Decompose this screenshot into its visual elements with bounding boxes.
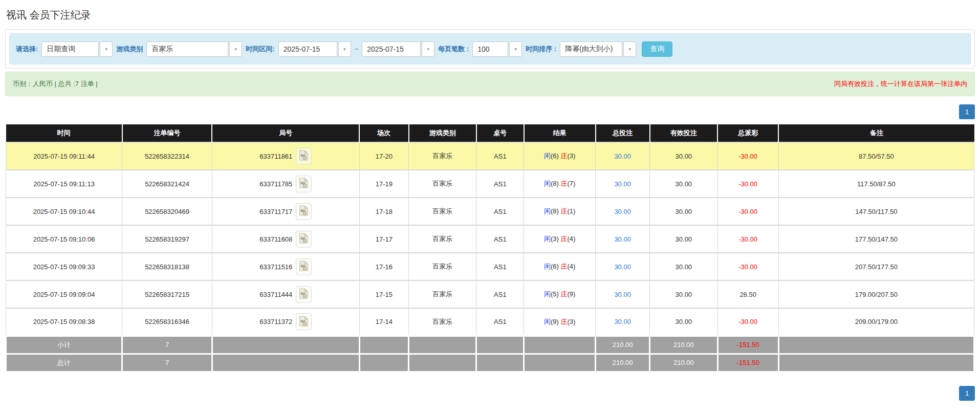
table-row: 2025-07-15 09:10:06 522658319297 6337116… [6,225,974,253]
page-size-combobox[interactable]: 100 ▾ [472,41,522,57]
cell-session: 17-20 [359,142,408,170]
result-player: 闲 [544,180,551,187]
total-bet-link[interactable]: 30.00 [614,180,631,188]
chevron-down-icon[interactable]: ▾ [509,41,522,57]
cell-time: 2025-07-15 09:11:44 [6,142,122,170]
cell-payout: -30.00 [717,308,778,336]
subtotal-row: 小计 7 210.00 210.00 -151.50 [6,336,974,354]
header-total-bet: 总投注 [596,124,650,142]
summary-bar: 币别：人民币 | 总共 :7 注单 | 同局有效投注，统一计算在该局第一张注单内 [5,72,975,96]
cell-total-bet: 30.00 [596,225,650,253]
time-sort-combobox[interactable]: 降幂(由大到小) ▾ [560,41,636,57]
result-player-points: (9) [551,318,559,326]
header-result: 结果 [524,124,596,142]
table-row: 2025-07-15 09:09:04 522658317215 6337114… [6,280,974,308]
date-to-value[interactable]: 2025-07-15 [362,41,421,57]
date-from-value[interactable]: 2025-07-15 [278,41,337,57]
cell-total-bet: 30.00 [596,253,650,280]
cell-payout: -30.00 [717,198,778,225]
filter-bar: 请选择: 日期查询 ▾ 游戏类别 百家乐 ▾ 时间区间: 2025-07-15 … [9,33,971,64]
date-to-combobox[interactable]: 2025-07-15 ▾ [362,41,434,57]
video-replay-button[interactable] [296,148,312,165]
cell-result: 闲(6) 庄(3) [524,142,596,170]
time-sort-value[interactable]: 降幂(由大到小) [560,41,622,57]
cell-game-type: 百家乐 [409,198,476,225]
round-id-value: 633711444 [259,291,292,298]
video-replay-button[interactable] [296,176,312,192]
video-replay-icon [299,178,309,190]
chevron-down-icon[interactable]: ▾ [229,41,242,57]
video-replay-icon [299,233,309,245]
total-bet-link[interactable]: 30.00 [614,318,631,326]
video-replay-icon [299,288,309,300]
chevron-down-icon[interactable]: ▾ [623,41,636,57]
page-title: 视讯 会员下注纪录 [5,4,975,29]
page-size-value[interactable]: 100 [472,41,508,57]
round-id-value: 633711516 [259,263,292,271]
video-replay-button[interactable] [296,203,312,220]
total-bet-link[interactable]: 30.00 [614,235,631,243]
cell-remark: 87.50/57.50 [778,142,974,170]
total-bet-link[interactable]: 30.00 [614,291,631,298]
cell-table-no: AS1 [476,142,524,170]
subtotal-valid-bet: 210.00 [650,336,717,354]
cell-time: 2025-07-15 09:10:06 [6,225,122,253]
video-replay-icon [299,316,309,328]
cell-game-type: 百家乐 [409,170,476,198]
query-type-value[interactable]: 日期查询 [41,41,99,57]
chevron-down-icon[interactable]: ▾ [422,41,434,57]
page-1-button[interactable]: 1 [959,386,975,401]
cell-round-id: 633711785 [212,170,359,198]
result-player: 闲 [544,152,551,160]
result-banker-points: (4) [568,263,576,270]
cell-round-id: 633711372 [212,308,359,336]
pagination-bottom: 1 [5,386,975,401]
chevron-down-icon[interactable]: ▾ [100,41,113,57]
cell-total-bet: 30.00 [596,142,650,170]
round-id-value: 633711717 [259,208,292,215]
search-button[interactable]: 查询 [642,41,672,57]
pagination-top: 1 [5,104,975,119]
cell-bet-id: 522658317215 [122,280,212,308]
total-bet-link[interactable]: 30.00 [614,263,631,271]
cell-remark: 207.50/177.50 [778,253,974,280]
cell-round-id: 633711516 [212,253,359,280]
video-replay-button[interactable] [296,258,312,275]
header-session: 场次 [359,124,408,142]
cell-bet-id: 522658319297 [122,225,212,253]
cell-result: 闲(8) 庄(7) [524,170,596,198]
video-replay-button[interactable] [296,286,312,303]
total-bet-link[interactable]: 30.00 [614,208,631,215]
game-type-combobox[interactable]: 百家乐 ▾ [146,41,242,57]
subtotal-payout: -151.50 [717,336,778,354]
cell-valid-bet: 30.00 [650,198,717,225]
round-id-value: 633711785 [259,180,292,188]
cell-remark: 177.50/147.50 [778,225,974,253]
cell-remark: 209.00/179.00 [778,308,974,336]
cell-payout: -30.00 [717,142,778,170]
video-replay-button[interactable] [296,231,312,248]
cell-session: 17-19 [359,170,408,198]
game-type-value[interactable]: 百家乐 [146,41,228,57]
result-banker-points: (3) [568,152,576,160]
page-1-button[interactable]: 1 [959,104,975,119]
cell-total-bet: 30.00 [596,280,650,308]
cell-result: 闲(9) 庄(3) [524,308,596,336]
table-row: 2025-07-15 09:11:13 522658321424 6337117… [6,170,974,198]
query-type-combobox[interactable]: 日期查询 ▾ [41,41,113,57]
result-player-points: (6) [551,263,559,270]
video-replay-button[interactable] [296,313,312,330]
cell-result: 闲(8) 庄(1) [524,198,596,225]
result-player: 闲 [544,207,551,215]
cell-valid-bet: 30.00 [650,253,717,280]
cell-game-type: 百家乐 [409,142,476,170]
total-bet-link[interactable]: 30.00 [614,153,631,160]
cell-game-type: 百家乐 [409,253,476,280]
table-header-row: 时间 注单编号 局号 场次 游戏类别 桌号 结果 总投注 有效投注 总派彩 备注 [6,124,974,142]
cell-bet-id: 522658316346 [122,308,212,336]
result-player: 闲 [544,263,551,270]
cell-total-bet: 30.00 [596,308,650,336]
date-from-combobox[interactable]: 2025-07-15 ▾ [278,41,351,57]
cell-payout: -30.00 [717,225,778,253]
chevron-down-icon[interactable]: ▾ [338,41,351,57]
